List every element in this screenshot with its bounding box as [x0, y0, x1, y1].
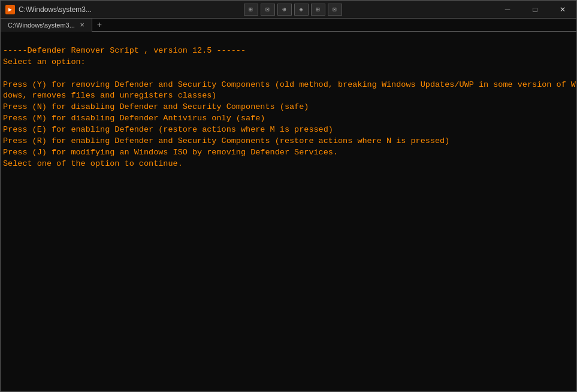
titlebar-middle: ⊞ ⊡ ⊕ ◈ ⊞ ⊡	[244, 4, 342, 16]
minimize-button[interactable]: ─	[494, 1, 521, 19]
extra-btn-1[interactable]: ⊞	[244, 4, 258, 16]
line-2: Select an option:	[3, 57, 86, 66]
close-button[interactable]: ✕	[549, 1, 576, 19]
app-icon: ▶	[5, 5, 15, 14]
titlebar-left: ▶ C:\Windows\system3...	[5, 5, 92, 14]
terminal-content[interactable]: -----Defender Remover Script , version 1…	[1, 32, 576, 391]
extra-btn-4[interactable]: ◈	[294, 4, 309, 16]
tab-bar: C:\Windows\system3... ✕ +	[1, 19, 576, 32]
extra-btn-6[interactable]: ⊡	[328, 4, 342, 16]
line-10: Press (J) for modifying an Windows ISO b…	[3, 148, 338, 157]
terminal-tab[interactable]: C:\Windows\system3... ✕	[1, 19, 92, 32]
line-11: Select one of the option to continue.	[3, 159, 183, 168]
line-6: Press (N) for disabling Defender and Sec…	[3, 102, 309, 111]
maximize-button[interactable]: □	[521, 1, 549, 19]
extra-btn-3[interactable]: ⊕	[277, 4, 292, 16]
window-title: C:\Windows\system3...	[19, 5, 92, 14]
tab-close-icon[interactable]: ✕	[80, 22, 84, 28]
terminal-output: -----Defender Remover Script , version 1…	[3, 34, 574, 181]
terminal-window: ▶ C:\Windows\system3... ⊞ ⊡ ⊕ ◈ ⊞ ⊡ ─ □ …	[0, 0, 577, 392]
extra-btn-2[interactable]: ⊡	[261, 4, 275, 16]
new-tab-button[interactable]: +	[92, 19, 107, 32]
line-1: -----Defender Remover Script , version 1…	[3, 46, 246, 55]
line-4: Press (Y) for removing Defender and Secu…	[3, 80, 576, 89]
line-7: Press (M) for disabling Defender Antivir…	[3, 114, 265, 123]
line-8: Press (E) for enabling Defender (restore…	[3, 125, 333, 134]
tab-label: C:\Windows\system3...	[8, 22, 75, 29]
line-9: Press (R) for enabling Defender and Secu…	[3, 136, 449, 145]
extra-btn-5[interactable]: ⊞	[311, 4, 325, 16]
titlebar: ▶ C:\Windows\system3... ⊞ ⊡ ⊕ ◈ ⊞ ⊡ ─ □ …	[1, 1, 576, 19]
window-controls: ─ □ ✕	[494, 1, 576, 19]
line-5: dows, removes files and unregisters clas…	[3, 91, 216, 100]
